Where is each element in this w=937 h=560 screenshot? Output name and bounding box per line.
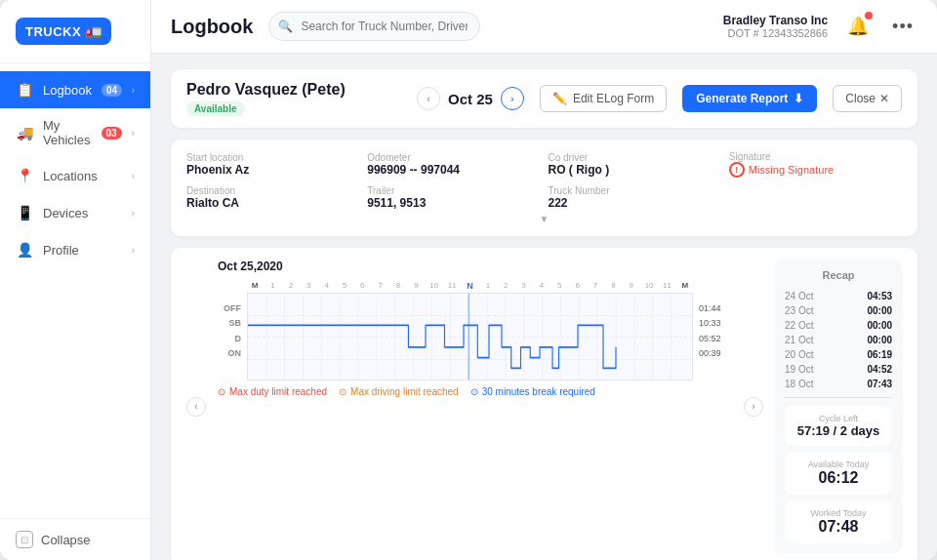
- recap-row: 24 Oct04:53: [785, 289, 892, 303]
- close-icon: ✕: [879, 92, 889, 105]
- duration-off: 01:44: [699, 303, 732, 313]
- recap-date: 18 Oct: [785, 379, 813, 389]
- driver-row: Pedro Vasquez (Pete) Available ‹ Oct 25 …: [171, 69, 917, 128]
- chart-next-button[interactable]: ›: [744, 397, 763, 417]
- sidebar-item-devices[interactable]: 📱 Devices ›: [0, 194, 150, 231]
- recap-value: 04:53: [867, 291, 892, 301]
- recap-row: 19 Oct04:52: [785, 362, 892, 377]
- cycle-panel: Cycle Left 57:19 / 2 days: [785, 406, 892, 446]
- generate-report-button[interactable]: Generate Report ⬇: [682, 85, 817, 112]
- truck-number-label: Truck Number: [549, 185, 721, 196]
- co-driver-value: RO ( Rigo ): [549, 163, 721, 177]
- warning-icon: !: [729, 162, 745, 178]
- chart-warnings: ⊙ Max duty limit reached ⊙ Max driving l…: [218, 386, 732, 397]
- locations-icon: 📍: [16, 167, 33, 184]
- sidebar-item-label: My Vehicles: [43, 118, 92, 147]
- logo[interactable]: TRUCKX 🚛: [16, 18, 111, 45]
- recap-row: 20 Oct06:19: [785, 347, 892, 362]
- recap-date: 23 Oct: [785, 305, 813, 316]
- time-3: 3: [301, 281, 316, 291]
- sidebar-nav: 📋 Logbook 04 › 🚚 My Vehicles 03 › 📍 Loca…: [0, 63, 150, 518]
- cycle-left-label: Cycle Left: [793, 414, 884, 423]
- app-container: TRUCKX 🚛 📋 Logbook 04 › 🚚 My Vehicles 03…: [0, 0, 937, 560]
- warning-icon: ⊙: [339, 386, 346, 397]
- edit-elog-button[interactable]: ✏️ Edit ELog Form: [540, 85, 667, 112]
- time-7pm: 7: [588, 281, 603, 291]
- driver-info: Pedro Vasquez (Pete) Available: [186, 81, 401, 116]
- recap-date: 21 Oct: [785, 335, 813, 345]
- sidebar-item-profile[interactable]: 👤 Profile ›: [0, 231, 150, 268]
- recap-row: 18 Oct07:43: [785, 377, 892, 391]
- worked-today-label: Worked Today: [793, 508, 884, 518]
- driver-name: Pedro Vasquez (Pete): [186, 81, 401, 99]
- chart-prev-button[interactable]: ‹: [186, 397, 206, 417]
- close-button[interactable]: Close ✕: [833, 85, 902, 112]
- chart-section: ‹ Oct 25,2020 OFF SB D ON: [171, 248, 917, 560]
- collapse-icon: ⊡: [16, 531, 33, 548]
- recap-date: 24 Oct: [785, 291, 813, 301]
- time-noon: N: [462, 281, 477, 291]
- chevron-right-icon: ›: [132, 85, 135, 96]
- chart-nav-right: ›: [744, 260, 763, 553]
- destination-label: Destination: [186, 185, 359, 196]
- collapse-button[interactable]: ⊡ Collapse: [16, 531, 135, 548]
- logbook-content: Pedro Vasquez (Pete) Available ‹ Oct 25 …: [151, 54, 937, 560]
- details-row: Start location Phoenix Az Odometer 99690…: [171, 140, 917, 236]
- recap-value: 04:52: [867, 364, 892, 375]
- warning-duty-text: Max duty limit reached: [229, 386, 327, 397]
- warning-icon: ⊙: [218, 386, 225, 397]
- recap-date: 19 Oct: [785, 364, 813, 375]
- sidebar-item-logbook[interactable]: 📋 Logbook 04 ›: [0, 71, 150, 108]
- sidebar-item-my-vehicles[interactable]: 🚚 My Vehicles 03 ›: [0, 108, 150, 157]
- sidebar: TRUCKX 🚛 📋 Logbook 04 › 🚚 My Vehicles 03…: [0, 0, 151, 560]
- notifications-button[interactable]: 🔔: [843, 12, 873, 41]
- available-today-value: 06:12: [793, 469, 884, 487]
- more-options-button[interactable]: •••: [888, 13, 917, 41]
- destination-detail: Destination Rialto CA: [186, 185, 359, 210]
- next-date-button[interactable]: ›: [501, 87, 524, 110]
- time-3pm: 3: [515, 281, 531, 291]
- close-label: Close: [845, 92, 876, 105]
- chevron-right-icon: ›: [132, 208, 135, 219]
- trailer-label: Trailer: [367, 185, 540, 196]
- page-title: Logbook: [171, 16, 253, 38]
- chart-nav-left: ‹: [186, 260, 206, 553]
- time-M-end: M: [677, 281, 693, 291]
- warning-driving-text: Max driving limit reached: [350, 386, 459, 397]
- chart-date: Oct 25,2020: [218, 260, 732, 273]
- user-dot: DOT # 12343352866: [723, 27, 828, 39]
- odometer-label: Odometer: [367, 152, 540, 163]
- odometer-value: 996909 -- 997044: [367, 163, 540, 177]
- main-content: Logbook 🔍 Bradley Transo Inc DOT # 12343…: [151, 0, 937, 560]
- sidebar-item-label: Locations: [43, 169, 122, 183]
- chart-svg: [248, 294, 692, 380]
- recap-row: 22 Oct00:00: [785, 318, 892, 333]
- time-10: 10: [427, 281, 442, 291]
- expand-details-button[interactable]: ▼: [186, 214, 902, 224]
- time-5: 5: [337, 281, 352, 291]
- available-today-panel: Available Today 06:12: [785, 452, 892, 495]
- truck-number-detail: Truck Number 222: [549, 185, 721, 210]
- sidebar-item-locations[interactable]: 📍 Locations ›: [0, 157, 150, 194]
- warning-driving-limit: ⊙ Max driving limit reached: [339, 386, 459, 397]
- chart-content: M 1 2 3 4 5 6 7 8 9 10 1: [247, 281, 693, 380]
- search-input[interactable]: [268, 12, 480, 41]
- date-nav: ‹ Oct 25 ›: [417, 87, 524, 110]
- co-driver-detail: Co driver RO ( Rigo ): [549, 152, 721, 177]
- sidebar-bottom: ⊡ Collapse: [0, 518, 150, 560]
- co-driver-label: Co driver: [549, 152, 721, 163]
- bell-icon: 🔔: [847, 17, 869, 36]
- details-grid: Start location Phoenix Az Odometer 99690…: [186, 151, 902, 210]
- chart-label-d: D: [218, 334, 241, 343]
- prev-date-button[interactable]: ‹: [417, 87, 440, 110]
- recap-title: Recap: [785, 269, 892, 281]
- worked-today-value: 07:48: [793, 518, 884, 536]
- time-9: 9: [408, 281, 424, 291]
- sidebar-item-label: Profile: [43, 243, 122, 258]
- edit-icon: ✏️: [552, 92, 567, 105]
- start-location-detail: Start location Phoenix Az: [186, 152, 359, 177]
- cycle-left-value: 57:19 / 2 days: [793, 423, 884, 438]
- time-5pm: 5: [551, 281, 567, 291]
- warning-duty-limit: ⊙ Max duty limit reached: [218, 386, 327, 397]
- time-8: 8: [390, 281, 406, 291]
